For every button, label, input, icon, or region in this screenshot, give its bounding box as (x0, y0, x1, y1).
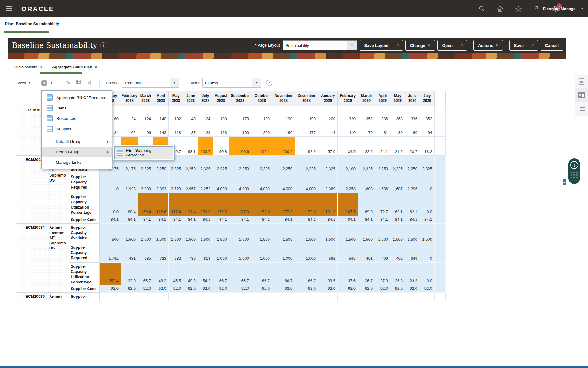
data-cell[interactable] (229, 293, 251, 301)
data-cell[interactable]: 69.1 (390, 193, 405, 216)
data-cell[interactable]: 190 (295, 106, 318, 123)
month-column-header[interactable]: March2029 (358, 91, 375, 106)
data-cell[interactable]: 177.8 (272, 193, 295, 216)
data-cell[interactable]: 180 (213, 106, 229, 123)
data-cell[interactable]: 132 (169, 106, 183, 123)
data-cell[interactable]: 2,893 (153, 173, 169, 193)
month-column-header[interactable]: April2029 (375, 91, 390, 106)
data-cell[interactable]: 336 (405, 106, 420, 123)
data-cell[interactable]: 190 (229, 123, 251, 137)
data-cell[interactable]: 0.0 (420, 263, 435, 285)
search-icon[interactable] (478, 5, 485, 13)
save-dropdown-icon[interactable]: ▼ (528, 40, 538, 50)
data-cell[interactable]: 178 (229, 106, 251, 123)
data-cell[interactable]: 0.0 (420, 193, 435, 216)
data-cell[interactable]: 34.5 (338, 137, 358, 156)
data-cell[interactable]: 80 (390, 123, 405, 137)
data-cell[interactable]: 92.0 (251, 285, 272, 293)
notes-page-icon[interactable] (575, 75, 588, 88)
layout-caret-icon[interactable]: ▼ (252, 78, 261, 87)
data-cell[interactable]: 101.9 (318, 193, 338, 216)
menu-item-default-group[interactable]: Default Group▶ (42, 136, 112, 147)
user-menu[interactable]: Planning Manage... ▼ (543, 0, 584, 17)
flag-icon[interactable] (533, 5, 541, 13)
data-cell[interactable]: 110 (338, 123, 358, 137)
data-cell[interactable] (295, 293, 318, 301)
data-cell[interactable]: 723 (153, 243, 169, 263)
data-cell[interactable]: 200 (318, 106, 338, 123)
data-cell[interactable]: 1,500 (121, 224, 138, 243)
data-cell[interactable]: 401 (358, 243, 375, 263)
data-cell[interactable]: 84.1 (229, 216, 251, 224)
data-cell[interactable]: 1,500 (358, 224, 375, 243)
month-column-header[interactable]: October2028 (251, 91, 272, 106)
data-cell[interactable]: 4,000 (229, 173, 251, 193)
info-icon[interactable]: i (570, 161, 578, 169)
data-cell[interactable]: 1,500 (272, 224, 295, 243)
data-cell[interactable] (390, 293, 405, 301)
data-cell[interactable]: 92.0 (420, 285, 435, 293)
data-cell[interactable]: 92.0 (358, 285, 375, 293)
data-cell[interactable]: 2,250 (405, 156, 420, 173)
data-cell[interactable]: 92.0 (375, 285, 390, 293)
month-column-header[interactable]: February2028 (121, 91, 138, 106)
data-cell[interactable]: 117.4 (169, 193, 183, 216)
submenu-item-fe-sourcing-allocation[interactable]: FE - Sourcing Allocation (114, 146, 173, 159)
data-cell[interactable] (375, 293, 390, 301)
data-cell[interactable]: 481 (121, 243, 138, 263)
data-cell[interactable]: 54.2 (198, 263, 213, 285)
month-column-header[interactable]: April2028 (153, 91, 169, 106)
data-cell[interactable]: 66.7 (229, 263, 251, 285)
data-cell[interactable]: 1,500 (183, 224, 198, 243)
home-icon[interactable] (496, 5, 504, 13)
close-icon[interactable]: ✕ (95, 65, 97, 69)
data-cell[interactable]: 32.0 (121, 263, 138, 285)
criteria-select[interactable]: Treadmills ▼ (122, 78, 179, 88)
drill-to-dropdown-icon[interactable]: ▼ (50, 81, 53, 84)
data-cell[interactable]: 2,325 (358, 156, 375, 173)
data-cell[interactable] (405, 293, 420, 301)
data-cell[interactable]: 1,500 (251, 224, 272, 243)
data-cell[interactable]: 177.8 (229, 193, 251, 216)
data-cell[interactable]: 352 (358, 106, 375, 123)
data-cell[interactable] (272, 293, 295, 301)
data-cell[interactable]: 45.5 (169, 263, 183, 285)
data-cell[interactable]: 2,369 (318, 173, 338, 193)
data-cell[interactable]: 4,000 (213, 173, 229, 193)
data-cell[interactable]: 92.0 (295, 285, 318, 293)
data-cell[interactable]: 64 (420, 123, 435, 137)
data-cell[interactable]: 2,250 (183, 156, 198, 173)
data-cell[interactable]: 352 (420, 106, 435, 123)
data-cell[interactable]: 162 (121, 123, 138, 137)
month-column-header[interactable]: May2029 (390, 91, 405, 106)
data-cell[interactable]: 2,325 (318, 156, 338, 173)
data-cell[interactable]: 92.0 (229, 285, 251, 293)
data-cell[interactable] (138, 293, 153, 301)
data-cell[interactable]: 92.0 (100, 285, 121, 293)
month-column-header[interactable]: July2028 (198, 91, 213, 106)
manage-tables-icon[interactable] (76, 79, 82, 86)
data-cell[interactable]: 1,500 (153, 224, 169, 243)
data-cell[interactable] (318, 293, 338, 301)
data-cell[interactable]: 0.0 (100, 193, 121, 216)
data-cell[interactable]: 139.9 (198, 193, 213, 216)
data-cell[interactable]: 1,500 (375, 224, 390, 243)
data-cell[interactable]: 1,603 (358, 173, 375, 193)
data-cell[interactable]: 349 (405, 243, 420, 263)
data-cell[interactable]: 1,500 (295, 224, 318, 243)
open-dropdown-icon[interactable]: ▼ (457, 40, 467, 50)
data-cell[interactable]: 92.0 (169, 285, 183, 293)
month-column-header[interactable]: May2028 (169, 91, 183, 106)
data-cell[interactable]: 92.0 (318, 285, 338, 293)
data-cell[interactable]: 84.1 (375, 216, 390, 224)
data-cell[interactable] (169, 293, 183, 301)
help-icon[interactable]: ? (266, 80, 272, 86)
data-cell[interactable]: 1,000 (229, 243, 251, 263)
data-cell[interactable]: 1,923 (121, 173, 138, 193)
month-column-header[interactable]: June2029 (405, 91, 420, 106)
data-cell[interactable]: 0 (100, 173, 121, 193)
data-cell[interactable]: 124 (121, 106, 138, 123)
data-cell[interactable]: 84.1 (183, 216, 198, 224)
data-cell[interactable]: 2,250 (272, 156, 295, 173)
data-cell[interactable]: 92.0 (183, 285, 198, 293)
